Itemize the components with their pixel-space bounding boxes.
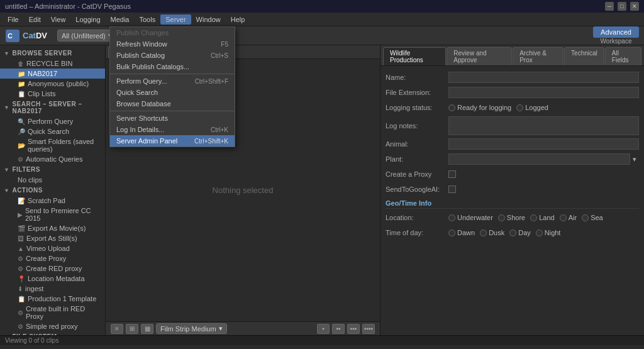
animal-input[interactable] (448, 138, 639, 150)
sidebar-item-export-movie[interactable]: 🎬 Export As Movie(s) (0, 223, 105, 233)
tab-archive[interactable]: Archive & Prox (513, 47, 564, 65)
search-server-section: ▼ SEARCH – SERVER – NAB2017 (0, 99, 105, 116)
sidebar-item-simple-red[interactable]: ⚙ Simple red proxy (0, 321, 105, 331)
menu-server-shortcuts[interactable]: Server Shortcuts (110, 113, 235, 124)
filters-section: ▼ FILTERS (0, 164, 105, 175)
lognotes-label: Log notes: (386, 122, 448, 130)
extension-label: File Extension: (386, 89, 448, 96)
menu-help[interactable]: Help (226, 14, 250, 25)
maximize-button[interactable]: □ (618, 2, 626, 11)
radio-dawn[interactable]: Dawn (448, 229, 475, 236)
location-icon: 📍 (18, 275, 25, 282)
logging-radio-group: Ready for logging Logged (448, 104, 548, 111)
sidebar-item-recycle-bin[interactable]: 🗑 RECYCLE BIN (0, 58, 105, 69)
google-checkbox[interactable] (448, 186, 456, 193)
radio-logged[interactable]: Logged (516, 104, 548, 111)
radio-ready[interactable]: Ready for logging (448, 104, 511, 111)
folder-icon: 📁 (18, 70, 25, 77)
radio-day[interactable]: Day (509, 229, 531, 236)
menu-view[interactable]: View (46, 14, 71, 25)
sidebar-item-create-proxy[interactable]: ⚙ Create Proxy (0, 253, 105, 263)
menu-server[interactable]: Server (160, 14, 191, 25)
sidebar-item-anonymous[interactable]: 📁 Anonymous (public) (0, 79, 105, 89)
menu-media[interactable]: Media (106, 14, 135, 25)
radio-air[interactable]: Air (560, 214, 577, 221)
filmstrip-size-dropdown[interactable]: Film Strip Medium ▾ (156, 323, 227, 334)
menu-browse-database[interactable]: Browse Database (110, 98, 235, 109)
sidebar-item-send-to[interactable]: ▶ Send to Premiere CC 2015 (0, 206, 105, 223)
sidebar-item-no-clips: No clips (0, 175, 105, 185)
extension-input[interactable] (448, 87, 639, 98)
sidebar-item-create-built[interactable]: ⚙ Create built in RED Proxy (0, 304, 105, 321)
right-tabs: Wildlife Productions Review and Approve … (380, 45, 644, 66)
sidebar-item-production1[interactable]: 📋 Production 1 Template (0, 294, 105, 304)
menu-refresh-window[interactable]: Refresh Window F5 (110, 38, 235, 50)
view-size-icons: ▪ ▪▪ ▪▪▪ ▪▪▪▪ (317, 324, 375, 334)
plant-dropdown-icon[interactable]: ▾ (630, 155, 639, 163)
sidebar-item-smart-folders[interactable]: 📂 Smart Folders (saved queries) (0, 136, 105, 154)
large-thumb-button[interactable]: ▪▪▪ (347, 324, 360, 334)
filmstrip-view-button[interactable]: ▦ (141, 324, 153, 334)
menu-bulk-publish[interactable]: Bulk Publish Catalogs... (110, 61, 235, 72)
svg-text:C: C (8, 32, 13, 40)
send-icon: ▶ (18, 211, 23, 218)
menu-server-admin-panel[interactable]: Server Admin Panel Ctrl+Shift+K (110, 135, 235, 147)
menu-tools[interactable]: Tools (134, 14, 160, 25)
sidebar-item-clip-lists[interactable]: 📋 Clip Lists (0, 89, 105, 99)
close-button[interactable]: ✕ (630, 2, 639, 11)
radio-underwater[interactable]: Underwater (448, 214, 493, 221)
actions-arrow-icon: ▼ (4, 187, 9, 194)
minimize-button[interactable]: ─ (605, 2, 614, 11)
location-field-label: Location: (386, 214, 448, 221)
name-input[interactable] (448, 72, 639, 83)
vimeo-icon: ▲ (18, 245, 24, 252)
plant-input[interactable] (448, 153, 630, 165)
sidebar-item-location-meta[interactable]: 📍 Location Metadata (0, 274, 105, 284)
list-view-button[interactable]: ≡ (111, 324, 123, 334)
menu-perform-query[interactable]: Perform Query... Ctrl+Shift+F (110, 75, 235, 87)
sidebar-item-export-stills[interactable]: 🖼 Export As Still(s) (0, 233, 105, 243)
radio-sea[interactable]: Sea (582, 214, 603, 221)
tab-technical[interactable]: Technical (564, 47, 604, 65)
radio-night[interactable]: Night (536, 229, 561, 236)
grid-view-button[interactable]: ⊞ (126, 324, 138, 334)
sidebar-item-ingest[interactable]: ⬇ ingest (0, 284, 105, 294)
filmstrip-chevron-icon: ▾ (219, 324, 223, 333)
menu-window[interactable]: Window (191, 14, 226, 25)
sidebar-item-scratch-pad[interactable]: 📝 Scratch Pad (0, 196, 105, 206)
menu-publish-catalog[interactable]: Publish Catalog Ctrl+S (110, 50, 235, 61)
proxy-checkbox[interactable] (448, 170, 456, 178)
app-logo: C CatDV (5, 29, 47, 43)
sidebar-item-create-red[interactable]: ⚙ Create RED proxy (0, 263, 105, 274)
sidebar-item-auto-queries[interactable]: ⚙ Automatic Queries (0, 154, 105, 164)
toolbar: C CatDV All (Unfiltered) ▾ Filter Advanc… (0, 26, 644, 45)
tab-all-fields[interactable]: All Fields (605, 47, 641, 65)
radio-shore[interactable]: Shore (498, 214, 525, 221)
radio-dusk[interactable]: Dusk (480, 229, 504, 236)
menu-file[interactable]: File (3, 14, 24, 25)
xlarge-thumb-button[interactable]: ▪▪▪▪ (362, 324, 375, 334)
sidebar-item-quick-search[interactable]: 🔎 Quick Search (0, 126, 105, 136)
menu-logging[interactable]: Logging (70, 14, 105, 25)
menu-log-in-details[interactable]: Log In Details... Ctrl+K (110, 124, 235, 135)
logo-icon: C (5, 29, 20, 43)
menu-edit[interactable]: Edit (24, 14, 46, 25)
radio-land[interactable]: Land (530, 214, 554, 221)
advanced-area: Advanced Workspace (593, 26, 639, 45)
tab-review[interactable]: Review and Approve (447, 47, 512, 65)
tab-wildlife[interactable]: Wildlife Productions (383, 47, 446, 65)
geo-time-header: Geo/Time Info (386, 199, 639, 209)
menu-quick-search[interactable]: Quick Search (110, 87, 235, 98)
lognotes-input[interactable] (448, 116, 639, 135)
small-thumb-button[interactable]: ▪ (317, 324, 330, 334)
medium-thumb-button[interactable]: ▪▪ (332, 324, 345, 334)
fs-arrow-icon: ▼ (4, 334, 9, 336)
sidebar-item-vimeo[interactable]: ▲ Vimeo Upload (0, 243, 105, 253)
advanced-button[interactable]: Advanced (593, 26, 639, 38)
quick-search-icon: 🔎 (18, 128, 25, 135)
radio-dot-shore (498, 214, 505, 221)
recycle-bin-icon: 🗑 (18, 60, 24, 67)
scratch-pad-icon: 📝 (18, 197, 25, 204)
sidebar-item-nab2017[interactable]: 📁 NAB2017 (0, 69, 105, 79)
sidebar-item-perform-query[interactable]: 🔍 Perform Query (0, 116, 105, 126)
